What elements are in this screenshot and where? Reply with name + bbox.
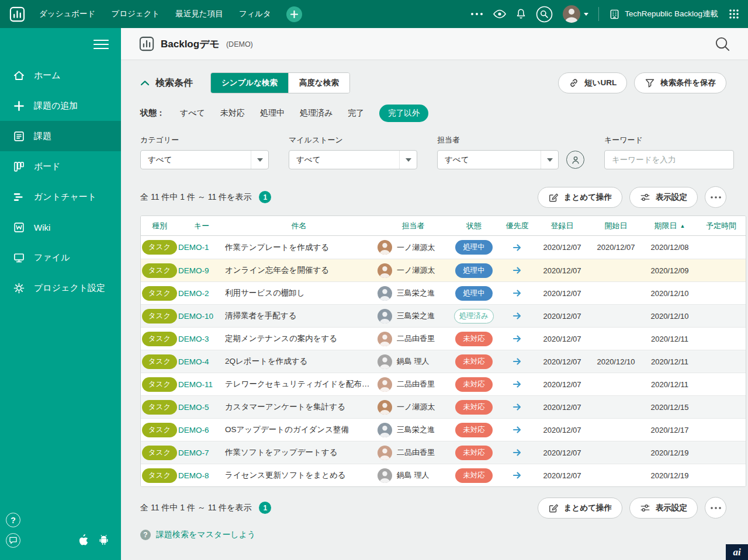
issue-key-link[interactable]: DEMO-5 <box>178 403 209 412</box>
issue-subject-link[interactable]: ライセンス更新ソフトをまとめる <box>225 470 346 481</box>
tab-advanced-search[interactable]: 高度な検索 <box>288 73 349 93</box>
display-settings-button[interactable]: 表示設定 <box>629 187 698 208</box>
nav-filters[interactable]: フィルタ <box>239 9 271 19</box>
sidebar-collapse-icon[interactable] <box>94 39 109 50</box>
watch-eye-icon[interactable] <box>493 9 506 19</box>
issue-key-link[interactable]: DEMO-3 <box>178 335 209 343</box>
edit-square-icon <box>548 192 559 203</box>
chat-support-button[interactable] <box>6 533 20 548</box>
issue-subject-link[interactable]: 作業ソフトをアップデートする <box>225 447 337 458</box>
table-row[interactable]: タスク DEMO-1 作業テンプレートを作成する 一ノ瀬源太 処理中 2020/… <box>141 236 746 259</box>
table-row[interactable]: タスク DEMO-11 テレワークセキュリティガイドを配布する 二品由香里 未対… <box>141 373 746 395</box>
issue-key-link[interactable]: DEMO-1 <box>178 243 209 252</box>
column-header-assignee[interactable]: 担当者 <box>378 216 449 235</box>
short-url-button[interactable]: 短いURL <box>558 72 627 93</box>
more-actions-button[interactable] <box>705 186 726 208</box>
issue-key-link[interactable]: DEMO-2 <box>178 289 209 298</box>
column-header-due[interactable]: 期限日▲ <box>643 216 697 235</box>
column-header-key[interactable]: キー <box>178 216 225 235</box>
page-number-badge[interactable]: 1 <box>259 502 271 514</box>
status-option[interactable]: すべて <box>180 108 205 119</box>
search-conditions-toggle[interactable]: 検索条件 <box>140 77 193 89</box>
milestone-dropdown[interactable]: すべて <box>289 150 417 169</box>
sidebar-item-files[interactable]: ファイル <box>0 242 121 273</box>
gantt-chart-icon <box>12 191 25 203</box>
search-tutorial-link[interactable]: 課題検索をマスターしよう <box>156 530 255 540</box>
table-row[interactable]: タスク DEMO-4 2Qレポートを作成する 鍋島 理人 未対応 2020/12… <box>141 350 746 373</box>
more-menu-icon[interactable] <box>470 12 483 16</box>
column-header-registered[interactable]: 登録日 <box>535 216 589 235</box>
table-row[interactable]: タスク DEMO-8 ライセンス更新ソフトをまとめる 鍋島 理人 未対応 202… <box>141 464 746 486</box>
column-header-priority[interactable]: 優先度 <box>499 216 535 235</box>
sidebar-item-issues[interactable]: 課題 <box>0 121 121 151</box>
column-header-start[interactable]: 開始日 <box>589 216 643 235</box>
table-row[interactable]: タスク DEMO-9 オンライン忘年会を開催する 一ノ瀬源太 処理中 2020/… <box>141 259 746 281</box>
start-date <box>589 282 643 304</box>
issue-key-link[interactable]: DEMO-6 <box>178 426 209 434</box>
save-search-conditions-button[interactable]: 検索条件を保存 <box>634 72 726 93</box>
column-header-subject[interactable]: 件名 <box>225 216 378 235</box>
table-row[interactable]: タスク DEMO-2 利用サービスの棚卸し 三島栄之進 処理中 2020/12/… <box>141 281 746 304</box>
android-app-icon[interactable] <box>99 534 109 546</box>
issue-subject-link[interactable]: 2Qレポートを作成する <box>225 356 307 367</box>
status-option[interactable]: 完了以外 <box>379 105 428 122</box>
table-row[interactable]: タスク DEMO-5 カスタマーアンケートを集計する 一ノ瀬源太 未対応 202… <box>141 395 746 418</box>
table-row[interactable]: タスク DEMO-3 定期メンテナンスの案内をする 二品由香里 未対応 2020… <box>141 327 746 350</box>
table-row[interactable]: タスク DEMO-7 作業ソフトをアップデートする 二品由香里 未対応 2020… <box>141 441 746 464</box>
keyword-input[interactable] <box>604 150 734 169</box>
sidebar-item-add-issue[interactable]: 課題の追加 <box>0 91 121 121</box>
issue-subject-link[interactable]: 定期メンテナンスの案内をする <box>225 333 337 344</box>
help-button[interactable]: ? <box>6 513 20 527</box>
sidebar-item-wiki[interactable]: Wiki <box>0 212 121 242</box>
nav-projects[interactable]: プロジェクト <box>111 9 160 19</box>
issue-subject-link[interactable]: 作業テンプレートを作成する <box>225 242 329 253</box>
assign-me-button[interactable] <box>566 151 584 169</box>
status-option[interactable]: 完了 <box>348 108 364 119</box>
display-settings-button[interactable]: 表示設定 <box>629 498 698 519</box>
table-row[interactable]: タスク DEMO-6 OSアップデートのガイダンス整備 三島栄之進 未対応 20… <box>141 418 746 441</box>
backlog-logo-icon[interactable] <box>9 6 25 22</box>
column-header-estimated[interactable]: 予定時間 <box>697 216 746 235</box>
issue-subject-link[interactable]: カスタマーアンケートを集計する <box>225 402 345 412</box>
issue-key-link[interactable]: DEMO-7 <box>178 448 209 457</box>
apple-app-icon[interactable] <box>78 534 88 546</box>
more-actions-button[interactable] <box>705 497 726 519</box>
sidebar-item-board[interactable]: ボード <box>0 151 121 182</box>
user-menu[interactable] <box>563 5 588 23</box>
nav-dashboard[interactable]: ダッシュボード <box>39 9 95 19</box>
nav-recently-viewed[interactable]: 最近見た項目 <box>175 9 223 19</box>
status-option[interactable]: 処理中 <box>260 108 285 119</box>
bulk-action-button[interactable]: まとめて操作 <box>538 187 622 208</box>
apps-grid-icon[interactable] <box>728 8 740 20</box>
issue-key-link[interactable]: DEMO-11 <box>178 380 213 389</box>
issue-subject-link[interactable]: テレワークセキュリティガイドを配布する <box>225 379 373 389</box>
page-number-badge[interactable]: 1 <box>259 191 271 203</box>
global-add-button[interactable] <box>286 6 302 22</box>
project-search-icon[interactable] <box>714 35 732 53</box>
issue-key-link[interactable]: DEMO-8 <box>178 471 209 480</box>
sidebar-item-gantt[interactable]: ガントチャート <box>0 182 121 212</box>
status-option[interactable]: 処理済み <box>300 108 333 119</box>
tab-simple-search[interactable]: シンプルな検索 <box>211 73 288 93</box>
category-dropdown[interactable]: すべて <box>140 150 269 169</box>
global-search-icon[interactable] <box>536 6 553 23</box>
notifications-bell-icon[interactable] <box>516 8 526 20</box>
issue-subject-link[interactable]: 清掃業者を手配する <box>225 311 296 321</box>
results-summary: 全 11 件中 1 件 ～ 11 件を表示 <box>140 192 251 203</box>
table-row[interactable]: タスク DEMO-10 清掃業者を手配する 三島栄之進 処理済み 2020/12… <box>141 304 746 327</box>
issue-key-link[interactable]: DEMO-4 <box>178 357 209 366</box>
status-option[interactable]: 未対応 <box>220 108 245 119</box>
issue-key-link[interactable]: DEMO-9 <box>178 266 209 275</box>
chat-bubble-icon <box>9 537 17 544</box>
column-header-type[interactable]: 種別 <box>141 216 178 235</box>
issue-subject-link[interactable]: 利用サービスの棚卸し <box>225 288 305 298</box>
sidebar-item-project-settings[interactable]: プロジェクト設定 <box>0 273 121 303</box>
bulk-action-button[interactable]: まとめて操作 <box>538 498 622 519</box>
issue-key-link[interactable]: DEMO-10 <box>178 312 213 321</box>
issue-subject-link[interactable]: オンライン忘年会を開催する <box>225 265 329 276</box>
workspace-switcher[interactable]: TechRepublic Backlog連載 <box>609 9 718 20</box>
sidebar-item-home[interactable]: ホーム <box>0 60 121 91</box>
assignee-dropdown[interactable]: すべて <box>437 150 559 169</box>
issue-subject-link[interactable]: OSアップデートのガイダンス整備 <box>225 425 349 435</box>
column-header-status[interactable]: 状態 <box>449 216 499 235</box>
